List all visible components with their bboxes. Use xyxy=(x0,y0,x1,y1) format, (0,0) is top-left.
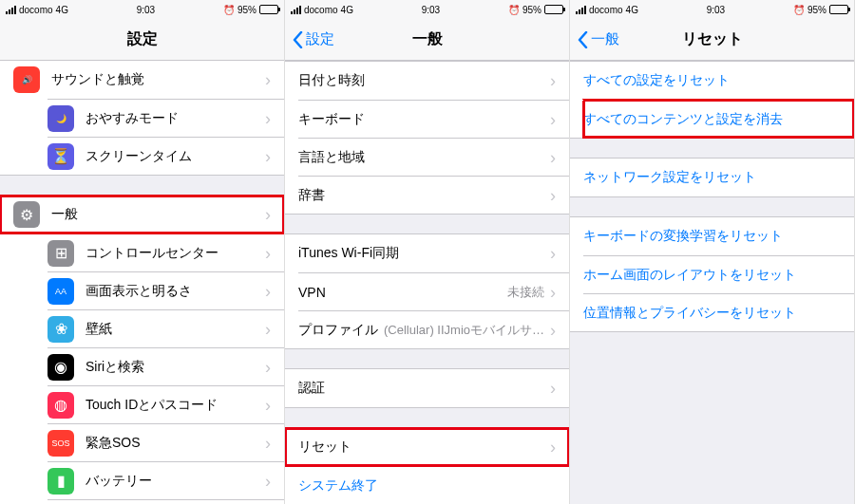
chevron-right-icon: › xyxy=(265,148,271,165)
reset-action[interactable]: 位置情報とプライバシーをリセット xyxy=(583,293,854,331)
carrier-label: docomo xyxy=(589,5,623,15)
reset-action[interactable]: ホーム画面のレイアウトをリセット xyxy=(583,255,854,293)
chevron-left-icon xyxy=(578,31,588,48)
reset-list[interactable]: すべての設定をリセットすべてのコンテンツと設定を消去 ネットワーク設定をリセット… xyxy=(570,61,854,504)
chevron-right-icon: › xyxy=(265,435,271,452)
row-label: サウンドと触覚 xyxy=(51,71,265,88)
battery-icon: ▮ xyxy=(48,468,74,495)
settings-row[interactable]: AA画面表示と明るさ› xyxy=(48,271,284,309)
signal-icon xyxy=(576,6,586,14)
sos-icon: SOS xyxy=(48,430,74,457)
battery-icon xyxy=(829,5,848,14)
settings-row[interactable]: VPN未接続› xyxy=(298,272,569,310)
chevron-right-icon: › xyxy=(265,359,271,376)
settings-row[interactable]: ⚙一般› xyxy=(0,196,284,233)
back-button[interactable]: 一般 xyxy=(578,30,619,48)
status-bar: docomo 4G 9:03 ⏰ 95% xyxy=(285,0,569,19)
battery-icon xyxy=(259,5,278,14)
row-label: ホーム画面のレイアウトをリセット xyxy=(583,267,841,284)
wallpaper-icon: ❀ xyxy=(48,316,74,343)
chevron-right-icon: › xyxy=(550,72,556,89)
settings-list[interactable]: 🔊サウンドと触覚›🌙おやすみモード›⏳スクリーンタイム› ⚙一般›⊞コントロール… xyxy=(0,61,284,504)
row-detail: (Cellular) IIJmioモバイルサ… xyxy=(384,322,544,339)
status-time: 9:03 xyxy=(707,5,725,15)
chevron-right-icon: › xyxy=(550,149,556,166)
chevron-left-icon xyxy=(293,31,303,48)
settings-row[interactable]: 認証› xyxy=(285,369,569,407)
signal-icon xyxy=(291,6,301,14)
settings-row[interactable]: SOS緊急SOS› xyxy=(48,423,284,461)
chevron-right-icon: › xyxy=(265,71,271,88)
chevron-right-icon: › xyxy=(550,322,556,339)
nav-bar: 設定 一般 xyxy=(285,19,569,61)
reset-action[interactable]: キーボードの変換学習をリセット xyxy=(570,217,854,255)
back-button[interactable]: 設定 xyxy=(293,30,334,48)
siri-icon: ◉ xyxy=(48,354,74,381)
row-label: 画面表示と明るさ xyxy=(86,283,265,300)
row-label: リセット xyxy=(298,439,550,456)
row-label: スクリーンタイム xyxy=(86,148,265,165)
settings-row[interactable]: ◍Touch IDとパスコード› xyxy=(48,385,284,423)
settings-row[interactable]: ✋プライバシー› xyxy=(48,499,284,504)
row-label: 一般 xyxy=(51,206,265,223)
settings-row[interactable]: ❀壁紙› xyxy=(48,309,284,347)
row-label: キーボード xyxy=(298,111,550,128)
settings-row[interactable]: 言語と地域› xyxy=(298,138,569,176)
page-title: 設定 xyxy=(127,29,158,49)
settings-row[interactable]: ▮バッテリー› xyxy=(48,461,284,499)
chevron-right-icon: › xyxy=(550,380,556,397)
settings-row[interactable]: ◉Siriと検索› xyxy=(48,347,284,385)
touchid-icon: ◍ xyxy=(48,392,74,419)
reset-action[interactable]: ネットワーク設定をリセット xyxy=(570,159,854,196)
chevron-right-icon: › xyxy=(265,321,271,338)
chevron-right-icon: › xyxy=(265,245,271,262)
row-label: 位置情報とプライバシーをリセット xyxy=(583,305,841,322)
settings-row[interactable]: 🌙おやすみモード› xyxy=(48,99,284,137)
status-bar: docomo 4G 9:03 ⏰ 95% xyxy=(570,0,854,19)
row-label: iTunes Wi-Fi同期 xyxy=(298,245,550,262)
settings-row[interactable]: プロファイル(Cellular) IIJmioモバイルサ…› xyxy=(298,310,569,348)
page-title: 一般 xyxy=(412,29,443,49)
general-screen: docomo 4G 9:03 ⏰ 95% 設定 一般 日付と時刻›キーボード›言… xyxy=(285,0,570,504)
signal-icon xyxy=(6,6,16,14)
row-label: 辞書 xyxy=(298,187,550,204)
battery-pct: 95% xyxy=(808,5,826,15)
row-label: VPN xyxy=(298,285,507,300)
back-label: 一般 xyxy=(591,30,619,48)
reset-action[interactable]: すべての設定をリセット xyxy=(570,62,854,100)
network-label: 4G xyxy=(56,5,68,15)
row-label: Siriと検索 xyxy=(86,359,265,376)
settings-row[interactable]: リセット› xyxy=(285,428,569,466)
settings-row[interactable]: 辞書› xyxy=(298,176,569,214)
row-label: コントロールセンター xyxy=(86,245,265,262)
settings-row[interactable]: 日付と時刻› xyxy=(285,62,569,100)
row-label: Touch IDとパスコード xyxy=(86,397,265,414)
settings-row[interactable]: キーボード› xyxy=(298,100,569,138)
reset-action[interactable]: すべてのコンテンツと設定を消去 xyxy=(583,100,854,138)
chevron-right-icon: › xyxy=(550,439,556,456)
settings-row[interactable]: システム終了 xyxy=(298,466,569,504)
alarm-icon: ⏰ xyxy=(508,5,520,15)
alarm-icon: ⏰ xyxy=(223,5,235,15)
status-time: 9:03 xyxy=(422,5,440,15)
row-label: バッテリー xyxy=(86,473,265,490)
display-icon: AA xyxy=(48,278,74,305)
general-list[interactable]: 日付と時刻›キーボード›言語と地域›辞書› iTunes Wi-Fi同期›VPN… xyxy=(285,61,569,504)
settings-row[interactable]: iTunes Wi-Fi同期› xyxy=(285,234,569,272)
settings-screen: docomo 4G 9:03 ⏰ 95% 設定 🔊サウンドと触覚›🌙おやすみモー… xyxy=(0,0,285,504)
chevron-right-icon: › xyxy=(550,284,556,301)
control-icon: ⊞ xyxy=(48,240,74,267)
status-bar: docomo 4G 9:03 ⏰ 95% xyxy=(0,0,284,19)
status-time: 9:03 xyxy=(137,5,155,15)
battery-pct: 95% xyxy=(238,5,256,15)
row-label: 日付と時刻 xyxy=(298,72,550,89)
nav-bar: 一般 リセット xyxy=(570,19,854,61)
row-label: プロファイル xyxy=(298,322,384,339)
sound-icon: 🔊 xyxy=(13,66,40,93)
settings-row[interactable]: 🔊サウンドと触覚› xyxy=(0,61,284,99)
alarm-icon: ⏰ xyxy=(793,5,805,15)
chevron-right-icon: › xyxy=(550,111,556,128)
settings-row[interactable]: ⏳スクリーンタイム› xyxy=(48,137,284,175)
row-detail: 未接続 xyxy=(507,284,544,301)
settings-row[interactable]: ⊞コントロールセンター› xyxy=(48,233,284,271)
